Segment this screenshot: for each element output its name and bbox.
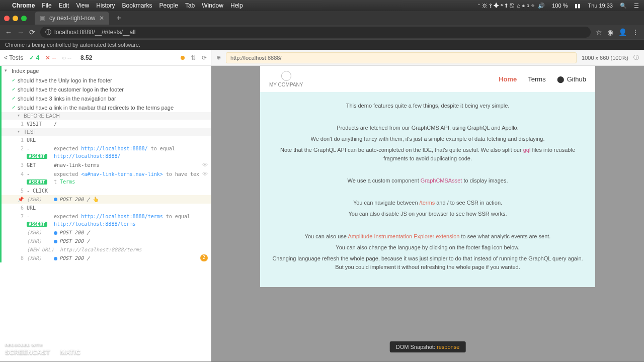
back-button[interactable]: ← [5, 28, 12, 36]
cursor-icon: 👆 [93, 197, 99, 202]
menu-people[interactable]: People [159, 2, 178, 9]
cypress-command-log[interactable]: Index page should have the Unly logo in … [0, 66, 211, 361]
extension-icon[interactable]: ◉ [607, 28, 613, 36]
menu-tab[interactable]: Tab [185, 2, 195, 9]
tests-pending-count: ○ -- [62, 54, 71, 61]
nav-link-home[interactable]: Home [499, 75, 517, 83]
battery-pct: 100 % [552, 3, 568, 9]
star-icon[interactable]: ☆ [596, 28, 602, 36]
eye-icon: 👁 [199, 170, 208, 179]
menu-view[interactable]: View [76, 2, 89, 9]
log-row-url[interactable]: 1 URL [2, 136, 211, 144]
preview-url-bar[interactable]: http://localhost:8888/ [226, 52, 577, 63]
app-navbar: MY COMPANY Home Terms ⬤Github [260, 66, 595, 92]
reload-button[interactable]: ⟳ [29, 28, 35, 36]
app-under-test[interactable]: MY COMPANY Home Terms ⬤Github This demo … [260, 66, 595, 287]
log-row-newurl[interactable]: (NEW URL) http://localhost:8888/terms [2, 245, 211, 254]
status-icons: ⌃ ⚙ ⇪ ✦ ☁ ⬆ ⎋ ⌂ ⊕ ⊡ ᯤ 🔊 [477, 3, 545, 9]
menu-icon[interactable]: ☰ [634, 3, 639, 9]
log-row-visit[interactable]: 1 VISIT / [2, 120, 211, 128]
forward-button: → [17, 28, 24, 36]
link-amplitude[interactable]: Amplitude Instrumentation Explorer exten… [348, 233, 459, 239]
preview-viewport: MY COMPANY Home Terms ⬤Github This demo … [211, 66, 644, 361]
macos-menubar: Chrome File Edit View History Bookmarks … [0, 0, 644, 11]
test-body-label[interactable]: TEST [2, 128, 211, 136]
menu-help[interactable]: Help [230, 2, 243, 9]
log-row-get[interactable]: 3 GET #nav-link-terms 👁 [2, 161, 211, 170]
menu-history[interactable]: History [96, 2, 115, 9]
link-graphcmsasset[interactable]: GraphCMSAsset [421, 177, 462, 184]
clock: Thu 19:33 [588, 3, 613, 9]
log-row-xhr-hover[interactable]: 📌 (XHR) POST 200 / 👆 [2, 195, 211, 204]
address-bar[interactable]: ⓘ localhost:8888/__/#/tests/__all [40, 27, 591, 38]
test-item[interactable]: should have the customer logo in the foo… [0, 85, 211, 94]
log-row-xhr[interactable]: (XHR) POST 200 / [2, 228, 211, 237]
cypress-preview: ⊕ http://localhost:8888/ 1000 x 660 (100… [211, 50, 644, 361]
automation-banner: Chrome is being controlled by automated … [0, 39, 644, 50]
cypress-header: < Tests ✓ 4 ✕ -- ○ -- 8.52 ⇅ ⟳ [0, 50, 211, 66]
kebab-menu-icon[interactable]: ⋮ [632, 28, 639, 36]
test-item[interactable]: should have the Unly logo in the footer [0, 76, 211, 85]
tab-title: cy next-right-now [49, 15, 95, 22]
browser-toolbar: ← → ⟳ ⓘ localhost:8888/__/#/tests/__all … [0, 25, 644, 39]
log-row-click[interactable]: 5 - CLICK [2, 187, 211, 195]
selector-playground-icon[interactable]: ⊕ [216, 54, 221, 61]
cypress-reporter: < Tests ✓ 4 ✕ -- ○ -- 8.52 ⇅ ⟳ Index pag… [0, 50, 211, 361]
info-icon[interactable]: ⓘ [633, 54, 639, 61]
link-terms[interactable]: /terms [420, 200, 435, 206]
tab-bar: ▣ cy next-right-now ✕ + [0, 11, 644, 25]
new-tab-button[interactable]: + [112, 14, 125, 23]
preview-dimensions: 1000 x 660 (100%) [582, 55, 628, 61]
xhr-count-badge: 2 [200, 254, 208, 261]
log-row-url[interactable]: 6 URL [2, 204, 211, 212]
eye-icon: 👁 [199, 161, 208, 170]
recording-watermark: RECORDED WITH SCREENCASTMATIC [5, 342, 80, 357]
tab-close-icon[interactable]: ✕ [99, 15, 104, 22]
menubar-app[interactable]: Chrome [12, 2, 35, 9]
before-each-label[interactable]: BEFORE EACH [2, 112, 211, 120]
app-hero: This demo features quite a few things, d… [260, 92, 595, 287]
profile-icon[interactable]: 👤 [618, 28, 627, 36]
menu-window[interactable]: Window [202, 2, 223, 9]
dom-snapshot-pill: DOM Snapshot: response [390, 341, 466, 352]
nav-link-terms[interactable]: Terms [528, 75, 545, 83]
address-bar-text: localhost:8888/__/#/tests/__all [54, 29, 135, 36]
log-row-xhr[interactable]: (XHR) POST 200 / [2, 237, 211, 245]
site-info-icon[interactable]: ⓘ [45, 28, 51, 37]
log-row-assert[interactable]: 2 - ASSERT expected http://localhost:888… [2, 144, 211, 161]
tests-duration: 8.52 [80, 54, 92, 61]
menu-file[interactable]: File [42, 2, 51, 9]
github-icon: ⬤ [557, 75, 565, 83]
preview-toolbar: ⊕ http://localhost:8888/ 1000 x 660 (100… [211, 50, 644, 66]
sort-icon[interactable]: ⇅ [191, 54, 196, 61]
app-logo: MY COMPANY [269, 71, 303, 87]
test-item[interactable]: should have 3 links in the navigation ba… [0, 94, 211, 103]
battery-icon: ▮▮ [575, 3, 581, 9]
suite-title[interactable]: Index page [0, 66, 211, 76]
nav-link-github[interactable]: ⬤Github [557, 75, 586, 83]
browser-tab[interactable]: ▣ cy next-right-now ✕ [35, 12, 109, 25]
tests-passed-count: ✓ 4 [29, 54, 39, 61]
browser-chrome: ▣ cy next-right-now ✕ + ← → ⟳ ⓘ localhos… [0, 11, 644, 50]
search-icon[interactable]: 🔍 [620, 3, 627, 9]
window-controls[interactable] [4, 16, 27, 21]
menu-edit[interactable]: Edit [59, 2, 69, 9]
status-dot-icon [181, 56, 185, 60]
rerun-icon[interactable]: ⟳ [202, 54, 207, 61]
tests-back-link[interactable]: < Tests [4, 54, 23, 61]
menu-bookmarks[interactable]: Bookmarks [122, 2, 152, 9]
test-item-expanded[interactable]: should have a link in the navbar that re… [0, 103, 211, 112]
cypress-app: < Tests ✓ 4 ✕ -- ○ -- 8.52 ⇅ ⟳ Index pag… [0, 50, 644, 361]
tab-favicon: ▣ [40, 15, 45, 22]
log-row-assert[interactable]: 4 - ASSERT expected <a#nav-link-terms.na… [2, 170, 211, 187]
log-row-xhr[interactable]: 8 (XHR) POST 200 / 2 [2, 254, 211, 262]
link-gql[interactable]: gql [523, 147, 531, 153]
log-row-assert[interactable]: 7 - ASSERT expected http://localhost:888… [2, 212, 211, 229]
tests-failed-count: ✕ -- [45, 54, 56, 61]
